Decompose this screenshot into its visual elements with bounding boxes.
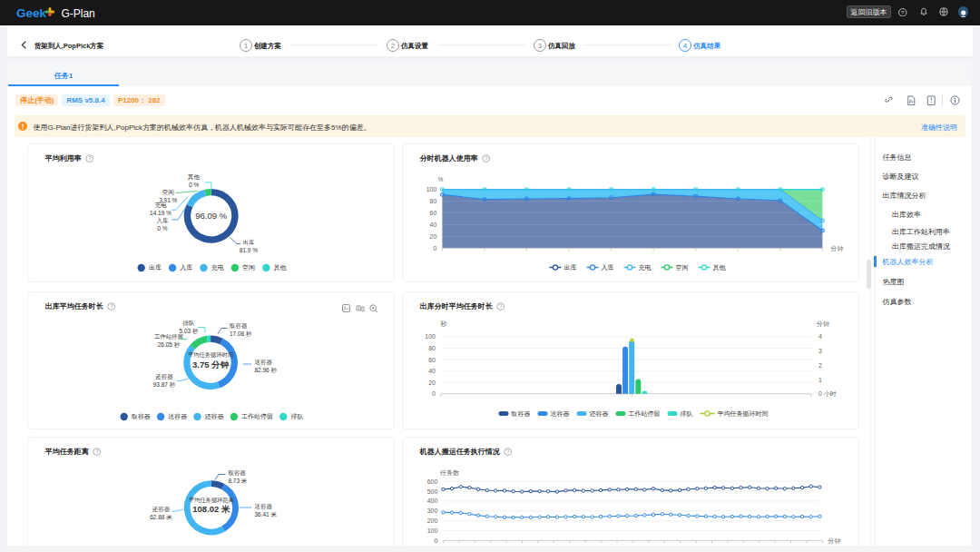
- svg-text:300: 300: [427, 508, 438, 514]
- svg-text:3.75 分钟: 3.75 分钟: [192, 359, 230, 369]
- svg-text:充电: 充电: [211, 264, 223, 271]
- svg-text:工作站停留: 工作站停留: [241, 413, 273, 420]
- svg-text:排队: 排队: [290, 413, 303, 420]
- svg-text:?: ?: [499, 303, 503, 310]
- svg-text:取容器: 取容器: [510, 409, 530, 417]
- svg-text:送容器36.41 米: 送容器36.41 米: [254, 503, 277, 518]
- svg-text:4: 4: [818, 333, 822, 340]
- svg-text:2: 2: [391, 41, 396, 49]
- svg-text:%: %: [438, 177, 444, 183]
- svg-text:平均任务距离: 平均任务距离: [44, 447, 88, 456]
- svg-text:G-Plan: G-Plan: [61, 7, 94, 20]
- svg-text:还容器93.87 秒: 还容器93.87 秒: [152, 372, 175, 388]
- svg-text:充电14.19 %: 充电14.19 %: [150, 202, 172, 217]
- svg-text:2: 2: [818, 361, 822, 368]
- svg-text:1: 1: [244, 41, 249, 49]
- svg-text:送容器82.96 秒: 送容器82.96 秒: [254, 359, 277, 374]
- svg-text:机器人搬运任务执行情况: 机器人搬运任务执行情况: [419, 448, 501, 456]
- svg-text:还容器: 还容器: [204, 413, 223, 420]
- svg-text:取容器17.08 秒: 取容器17.08 秒: [230, 322, 252, 338]
- svg-text:60: 60: [430, 210, 437, 216]
- svg-text:平均任务循环时间: 平均任务循环时间: [188, 351, 233, 359]
- svg-text:?: ?: [94, 448, 98, 455]
- svg-text:秒: 秒: [441, 320, 447, 328]
- svg-text:充电: 充电: [638, 264, 651, 271]
- svg-text:出库81.9 %: 出库81.9 %: [239, 239, 257, 253]
- svg-text:80: 80: [430, 198, 437, 204]
- svg-text:40: 40: [428, 368, 436, 374]
- svg-text:出库分时平均任务时长: 出库分时平均任务时长: [420, 301, 494, 310]
- svg-text:400: 400: [427, 498, 438, 505]
- svg-text:入库0 %: 入库0 %: [156, 217, 168, 232]
- svg-text:分时机器人使用率: 分时机器人使用率: [419, 154, 478, 163]
- svg-text:60: 60: [428, 356, 436, 362]
- svg-text:200: 200: [427, 518, 438, 524]
- svg-text:还容器: 还容器: [589, 409, 608, 417]
- svg-text:Geek: Geek: [16, 6, 47, 20]
- svg-text:工作站停留: 工作站停留: [628, 409, 660, 417]
- svg-text:?: ?: [485, 155, 488, 162]
- svg-text:取容器: 取容器: [130, 413, 150, 420]
- svg-text:100: 100: [426, 186, 437, 192]
- svg-text:其他0 %: 其他0 %: [187, 174, 200, 189]
- svg-text:平均任务循环距离: 平均任务循环距离: [188, 497, 233, 504]
- svg-text:送容器: 送容器: [168, 413, 187, 420]
- svg-text:?: ?: [87, 155, 91, 162]
- svg-text:600: 600: [427, 478, 438, 485]
- svg-text:平均利用率: 平均利用率: [44, 154, 81, 163]
- svg-text:出库: 出库: [564, 264, 576, 271]
- svg-text:排队: 排队: [680, 409, 692, 417]
- svg-text:3: 3: [538, 41, 543, 49]
- svg-text:取容器8.73 米: 取容器8.73 米: [228, 469, 247, 484]
- svg-text:0: 0: [435, 537, 438, 544]
- svg-text:?: ?: [109, 303, 113, 310]
- svg-text:0 小时: 0 小时: [818, 390, 837, 397]
- svg-text:工作站停留26.05 秒: 工作站停留26.05 秒: [153, 333, 182, 349]
- svg-text:96.09 %: 96.09 %: [195, 211, 227, 221]
- svg-text:分钟: 分钟: [816, 320, 829, 328]
- svg-text:80: 80: [428, 345, 436, 351]
- svg-text:分钟: 分钟: [829, 245, 843, 252]
- svg-text:出库: 出库: [148, 264, 161, 271]
- svg-text:100: 100: [425, 333, 436, 340]
- svg-text:还容器62.88 米: 还容器62.88 米: [150, 506, 172, 520]
- svg-text:分钟: 分钟: [827, 537, 840, 545]
- svg-text:4: 4: [683, 41, 688, 49]
- svg-text:0: 0: [432, 390, 436, 397]
- svg-text:20: 20: [428, 379, 436, 385]
- svg-text:入库: 入库: [180, 264, 192, 271]
- svg-text:1: 1: [818, 376, 822, 382]
- svg-text:空闲: 空闲: [675, 264, 688, 271]
- svg-text:0: 0: [434, 245, 437, 251]
- svg-text:40: 40: [430, 222, 437, 228]
- svg-text:平均任务循环时间: 平均任务循环时间: [717, 409, 768, 417]
- svg-text:?: ?: [506, 448, 510, 455]
- svg-text:108.02 米: 108.02 米: [192, 504, 230, 514]
- svg-text:20: 20: [430, 233, 437, 240]
- svg-text:100: 100: [427, 527, 438, 534]
- svg-text:500: 500: [427, 488, 438, 495]
- svg-text:3: 3: [818, 348, 822, 354]
- svg-text:其他: 其他: [273, 264, 287, 271]
- svg-text:送容器: 送容器: [550, 409, 569, 417]
- svg-text:入库: 入库: [601, 264, 613, 271]
- svg-text:?: ?: [901, 9, 905, 15]
- svg-text:其他: 其他: [712, 264, 726, 271]
- svg-text:出库平均任务时长: 出库平均任务时长: [44, 301, 103, 310]
- svg-text:空闲: 空闲: [242, 264, 255, 271]
- svg-text:任务数: 任务数: [439, 469, 459, 476]
